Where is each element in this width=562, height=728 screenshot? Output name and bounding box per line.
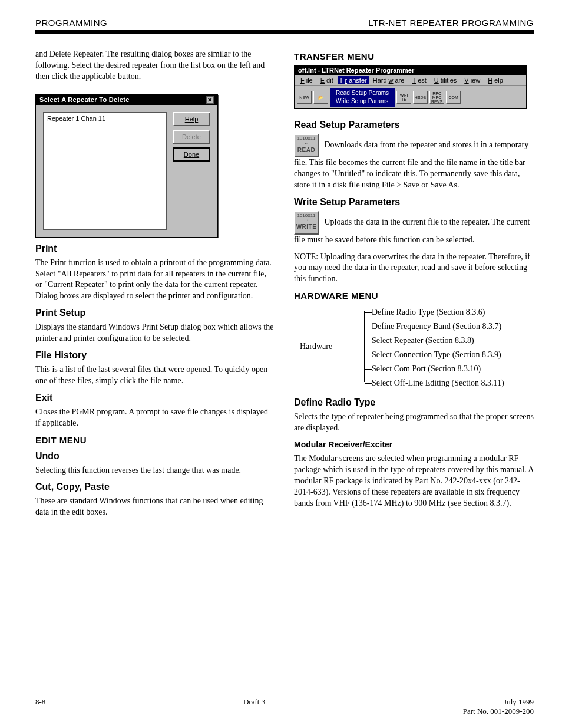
write-heading: Write Setup Parameters xyxy=(294,197,534,207)
footer-meta: July 1999 Part No. 001-2009-200 xyxy=(463,697,534,716)
define-radio-type-heading: Define Radio Type xyxy=(294,397,534,408)
header-rule xyxy=(35,30,534,34)
hardware-menu-heading: HARDWARE MENU xyxy=(294,291,534,301)
menu-file[interactable]: File xyxy=(297,76,315,84)
file-history-paragraph: This is a list of the last several files… xyxy=(35,364,275,387)
repeater-listbox[interactable]: Repeater 1 Chan 11 xyxy=(43,112,167,230)
delete-button[interactable]: Delete xyxy=(173,130,210,144)
menu-edit[interactable]: Edit xyxy=(317,76,335,84)
tree-item: Define Frequency Band (Section 8.3.7) xyxy=(365,319,504,334)
undo-paragraph: Selecting this function reverses the las… xyxy=(35,465,275,476)
read-icon: 1010011←READ xyxy=(294,134,319,157)
exit-paragraph: Closes the PGMR program. A prompt to sav… xyxy=(35,407,275,429)
read-paragraph: 1010011←READ Downloads data from the rep… xyxy=(294,134,534,191)
delete-repeater-dialog: Select A Repeater To Delete ✕ Repeater 1… xyxy=(35,94,218,238)
done-button[interactable]: Done xyxy=(173,147,210,162)
print-heading: Print xyxy=(35,243,275,254)
transfer-dropdown[interactable]: Read Setup Params Write Setup Params xyxy=(330,88,395,107)
hardware-tree: Hardware Define Radio Type (Section 8.3.… xyxy=(300,305,534,390)
exit-heading: Exit xyxy=(35,393,275,403)
toolbar-write-icon[interactable]: WRITE xyxy=(396,91,411,104)
tree-item: Select Repeater (Section 8.3.8) xyxy=(365,334,504,348)
list-item[interactable]: Repeater 1 Chan 11 xyxy=(47,115,105,122)
toolbar-new-icon[interactable]: NEW xyxy=(297,91,312,104)
menu-utilities[interactable]: Utilities xyxy=(431,76,458,84)
file-history-heading: File History xyxy=(35,350,275,361)
menu-item-write[interactable]: Write Setup Params xyxy=(336,97,389,106)
modular-subheading: Modular Receiver/Exciter xyxy=(294,440,392,449)
tree-item: Select Com Port (Section 8.3.10) xyxy=(365,362,504,376)
menubar[interactable]: File Edit Transfer Hardware Test Utiliti… xyxy=(295,75,526,86)
undo-heading: Undo xyxy=(35,451,275,462)
close-icon[interactable]: ✕ xyxy=(206,96,214,104)
menu-help[interactable]: Help xyxy=(484,76,505,84)
dialog-title: Select A Repeater To Delete xyxy=(39,96,130,104)
print-setup-heading: Print Setup xyxy=(35,308,275,318)
write-note: NOTE: Uploading data overwrites the data… xyxy=(294,252,534,285)
window-title: off.lnt - LTRNet Repeater Programmer xyxy=(295,65,526,75)
programmer-window: off.lnt - LTRNet Repeater Programmer Fil… xyxy=(294,65,527,109)
tree-item: Select Connection Type (Section 8.3.9) xyxy=(365,348,504,362)
toolbar-com-icon[interactable]: COM xyxy=(446,91,461,104)
running-head-right: LTR-NET REPEATER PROGRAMMING xyxy=(368,18,534,28)
read-heading: Read Setup Parameters xyxy=(294,120,534,130)
ccp-heading: Cut, Copy, Paste xyxy=(35,482,275,492)
edit-menu-heading: EDIT MENU xyxy=(35,435,275,445)
menu-item-read[interactable]: Read Setup Params xyxy=(336,89,389,97)
menu-test[interactable]: Test xyxy=(408,76,428,84)
tree-item: Select Off-Line Editing (Section 8.3.11) xyxy=(365,376,504,390)
lead-paragraph: and Delete Repeater. The resulting dialo… xyxy=(35,49,275,83)
menu-transfer[interactable]: Transfer xyxy=(338,76,369,84)
ccp-paragraph: These are standard Windows functions tha… xyxy=(35,496,275,518)
print-paragraph: The Print function is used to obtain a p… xyxy=(35,258,275,302)
menu-hardware[interactable]: Hardware xyxy=(371,76,406,84)
transfer-menu-heading: TRANSFER MENU xyxy=(294,51,534,61)
print-setup-paragraph: Displays the standard Windows Print Setu… xyxy=(35,322,275,344)
page-number: 8-8 xyxy=(35,697,45,716)
running-head-left: PROGRAMMING xyxy=(35,18,107,28)
toolbar-revs-icon[interactable]: RPC MPCREVS xyxy=(429,91,444,104)
write-icon: 1010011→WRITE xyxy=(294,211,319,235)
tree-root-label: Hardware xyxy=(300,305,341,388)
tree-item: Define Radio Type (Section 8.3.6) xyxy=(365,305,504,319)
menu-view[interactable]: View xyxy=(461,76,482,84)
define-radio-type-paragraph: Selects the type of repeater being progr… xyxy=(294,411,534,434)
write-paragraph: 1010011→WRITE Uploads the data in the cu… xyxy=(294,211,534,246)
draft-label: Draft 3 xyxy=(243,697,265,716)
toolbar-hsdb-icon[interactable]: HSDB xyxy=(413,91,428,104)
toolbar-open-icon[interactable]: 📂 xyxy=(313,91,328,104)
help-button[interactable]: Help xyxy=(173,112,210,126)
modular-paragraph: The Modular screens are selected when pr… xyxy=(294,453,534,509)
